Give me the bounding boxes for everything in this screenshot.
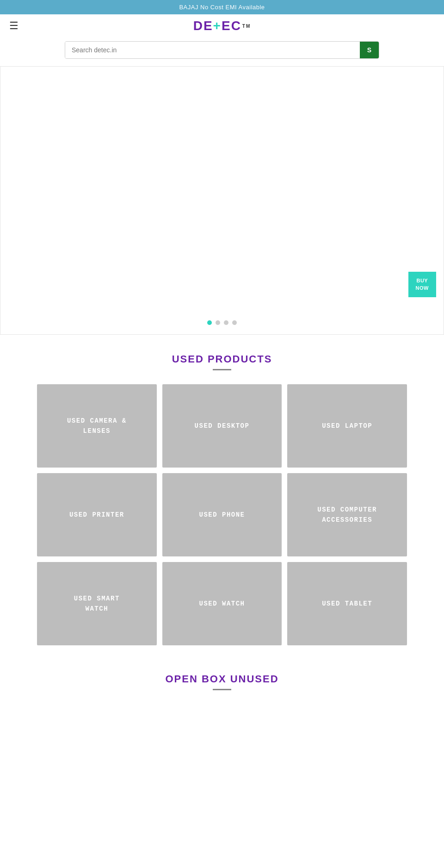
search-input[interactable] [65,42,360,58]
product-card-printer[interactable]: USED PRINTER [37,473,157,556]
product-card-phone[interactable]: USED PHONE [162,473,282,556]
product-label-laptop: USED LAPTOP [317,416,377,436]
dot-1[interactable] [207,320,212,325]
product-card-tablet[interactable]: USED TABLET [287,562,407,645]
header: ☰ DE + E C TM [0,14,444,37]
product-label-smart-watch: USED SMARTWATCH [69,589,124,619]
product-card-watch[interactable]: USED WATCH [162,562,282,645]
product-label-printer: USED PRINTER [65,505,129,525]
open-box-divider [213,689,231,690]
open-box-title: OPEN BOX UNUSED [37,673,407,685]
product-grid: USED CAMERA &LENSES USED DESKTOP USED LA… [37,384,407,645]
hero-slider: BUYNOW [0,66,444,335]
buy-now-button[interactable]: BUYNOW [408,272,436,297]
hamburger-icon[interactable]: ☰ [9,20,18,32]
logo[interactable]: DE + E C TM [193,19,251,33]
slider-dots [207,320,237,325]
product-card-computer-accessories[interactable]: USED COMPUTERACCESSORIES [287,473,407,556]
product-label-camera-lenses: USED CAMERA &LENSES [62,411,131,441]
dot-4[interactable] [232,320,237,325]
product-label-desktop: USED DESKTOP [190,416,254,436]
announcement-bar: BAJAJ No Cost EMI Available [0,0,444,14]
dot-2[interactable] [216,320,220,325]
logo-part2: E [222,19,231,33]
open-box-section: OPEN BOX UNUSED [0,655,444,713]
product-card-smart-watch[interactable]: USED SMARTWATCH [37,562,157,645]
product-label-phone: USED PHONE [194,505,249,525]
product-label-tablet: USED TABLET [317,594,377,613]
logo-plus2: C [231,19,241,33]
section-divider [213,369,231,370]
used-products-section: USED PRODUCTS USED CAMERA &LENSES USED D… [0,335,444,655]
product-label-computer-accessories: USED COMPUTERACCESSORIES [313,500,382,530]
used-products-title: USED PRODUCTS [37,353,407,365]
search-form: S [65,41,379,59]
product-card-camera-lenses[interactable]: USED CAMERA &LENSES [37,384,157,468]
logo-part1: DE [193,19,213,33]
announcement-text: BAJAJ No Cost EMI Available [179,4,265,11]
product-label-watch: USED WATCH [194,594,249,613]
search-container: S [0,37,444,66]
dot-3[interactable] [224,320,228,325]
product-card-desktop[interactable]: USED DESKTOP [162,384,282,468]
logo-tm: TM [242,24,251,29]
product-card-laptop[interactable]: USED LAPTOP [287,384,407,468]
logo-plus1: + [213,19,222,33]
search-button[interactable]: S [360,42,379,58]
